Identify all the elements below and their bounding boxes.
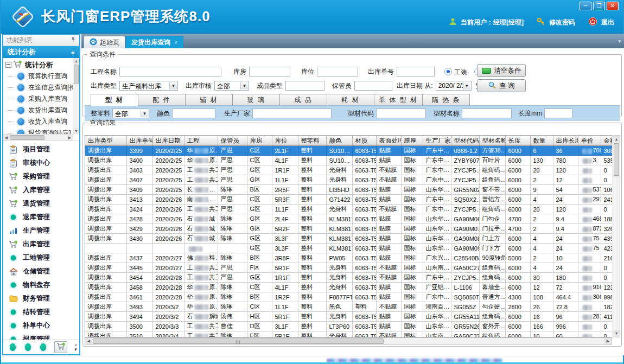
dot-icon[interactable] <box>24 342 32 352</box>
column-header[interactable]: 膜厚 <box>401 136 423 146</box>
scroll-right-icon[interactable]: ▶ <box>604 338 612 344</box>
table-row[interactable]: 调拨出库34612020/2/28华原…陈琳B区1R2F整料F8877FT606… <box>85 292 612 302</box>
search-button[interactable]: 查 询 <box>477 79 526 92</box>
minimize-button[interactable]: ─ <box>580 2 591 10</box>
project-name-input[interactable] <box>119 67 221 76</box>
location-input[interactable] <box>317 67 358 76</box>
column-header[interactable]: 保管员 <box>218 136 247 146</box>
column-header[interactable]: 生产厂家 <box>423 136 451 146</box>
table-row[interactable]: 调拨出库34302020/2/26石城陈琳G区3L3F整料KLM38176063… <box>85 234 612 244</box>
sidebar-group-item[interactable]: 财务管理 <box>3 292 79 305</box>
sidebar-group-item[interactable]: 工地管理 <box>3 251 79 265</box>
column-header[interactable]: 数量 <box>530 136 553 146</box>
column-header[interactable]: 出库类型 <box>85 136 126 146</box>
scroll-up-icon[interactable]: ▲ <box>73 58 79 64</box>
table-row[interactable]: 调拨出库34942020/3/2石辉城汤伟H区5R1F整料光身料6063-T5贴… <box>85 312 612 322</box>
product-type-input[interactable] <box>285 81 324 91</box>
table-row[interactable]: 调拨出库34092020/2/25长…陈琳B区2R5F整料LI35HD6063-… <box>85 185 612 195</box>
overflow-chevron[interactable]: »▾ <box>74 343 77 352</box>
collapse-icon[interactable]: « <box>71 48 75 56</box>
material-tab[interactable]: 玻 璃 <box>232 94 280 105</box>
column-header[interactable]: 材质 <box>352 136 376 146</box>
order-no-input[interactable] <box>397 67 435 76</box>
table-row[interactable]: 调拨出库35002020/3/3工共工程曹佳D区3L1F整料LT3P606063… <box>85 322 612 331</box>
sidebar-group-item[interactable]: 采购管理 <box>3 170 79 183</box>
column-header[interactable]: 颜色 <box>326 136 352 146</box>
sidebar-group-item[interactable]: 入库管理 <box>3 183 79 197</box>
logout-link[interactable]: 退出 <box>601 18 614 27</box>
column-header[interactable]: 金额 <box>601 136 612 146</box>
sidebar-group-item[interactable]: 出库管理 <box>3 238 79 251</box>
material-tab[interactable]: 单 体 型 材 <box>374 94 423 105</box>
audit-select[interactable]: 全部 <box>214 81 249 91</box>
column-header[interactable]: 型材名称 <box>479 136 505 146</box>
scroll-down-icon[interactable]: ▼ <box>613 330 620 337</box>
material-tab[interactable]: 辅 材 <box>185 94 233 105</box>
table-row[interactable]: 调拨出库34292020/2/26石城陈琳G区5R2F整料KLM38176063… <box>85 224 612 234</box>
column-header[interactable]: 表面处理 <box>376 136 401 146</box>
column-header[interactable]: 工程 <box>184 136 218 146</box>
tree-vertical-scrollbar[interactable]: ▲ ▼ <box>73 58 79 134</box>
table-row[interactable]: 调拨出库34582020/2/28华原…陈琳C区4L1F整料光身料6063-T5… <box>85 283 612 292</box>
tree-horizontal-scrollbar[interactable]: ◀ ▶ <box>3 134 73 141</box>
column-header[interactable]: 出库日期 <box>152 136 184 146</box>
sidebar-group-item[interactable]: 结转管理 <box>3 305 79 319</box>
material-tab[interactable]: 耗 材 <box>327 94 374 105</box>
cart-shortcut-button[interactable] <box>54 341 67 353</box>
maker-input[interactable] <box>252 108 332 118</box>
tree-root-item[interactable]: 统计分析 <box>3 59 73 71</box>
material-tab[interactable]: 成 品 <box>279 94 327 105</box>
table-row[interactable]: 调拨出库34242020/2/26工共工程严思G区1L1F整料光身料6063-T… <box>85 205 612 214</box>
scrollbar-thumb[interactable] <box>74 65 79 84</box>
scroll-left-icon[interactable]: ◀ <box>3 135 9 141</box>
sidebar-group-item[interactable]: 物料盘存 <box>3 278 79 292</box>
tree-item[interactable]: 收货入库查询 <box>3 116 73 127</box>
column-header[interactable]: 整零料 <box>298 136 326 146</box>
profile-code-input[interactable] <box>376 108 426 118</box>
material-tab[interactable]: 配 件 <box>138 94 186 105</box>
dot-icon[interactable] <box>9 342 17 352</box>
table-row[interactable]: 调拨出库33992020/2/25华原…严思C区2L1F整料SU10…6063-… <box>85 146 612 156</box>
tree-expander-icon[interactable] <box>5 62 11 68</box>
maximize-button[interactable]: ❐ <box>593 2 605 10</box>
sidebar-group-item[interactable]: 生产管理 <box>3 224 79 238</box>
close-button[interactable]: ✕ <box>607 2 619 10</box>
tree-item[interactable]: 在途信息查询[待 <box>3 82 73 93</box>
table-row[interactable]: 调拨出库35102020/3/4工共工程陈琳F区5R1F整料光身料6063-T5… <box>85 331 612 338</box>
table-row[interactable]: 调拨出库34452020/2/27工共工程严思F区5R1F整料光身料6063-T… <box>85 263 612 273</box>
column-header[interactable]: 长度 <box>505 136 530 146</box>
date-from-picker[interactable]: 2020/ 2/16 <box>436 81 472 91</box>
sidebar-group-item[interactable]: 退货管理 <box>3 197 79 210</box>
scrollbar-thumb[interactable]: ||| <box>93 339 384 344</box>
length-input[interactable] <box>544 108 572 118</box>
table-row[interactable]: 调拨出库34032020/2/25工共工程严思G区1R1F整料光身料6063-T… <box>85 165 612 175</box>
sidebar-group-item[interactable]: 报废管理 <box>3 333 79 340</box>
tab-home[interactable]: 起始页 <box>84 36 125 48</box>
tree-item[interactable]: 预算执行查询 <box>3 71 73 82</box>
column-header[interactable]: 库房 <box>247 136 272 146</box>
scrollbar-thumb[interactable] <box>614 143 619 176</box>
table-row[interactable]: 调拨出库34542020/2/28工共工程严思G区1R1F整料光身料6063-T… <box>85 273 612 283</box>
table-row[interactable]: 调拨出库34132020/2/26南…严思C区5R3F整料G714226063-… <box>85 195 612 205</box>
scroll-down-icon[interactable]: ▼ <box>73 128 79 134</box>
clear-conditions-button[interactable]: 清空条件 <box>477 64 526 77</box>
scroll-up-icon[interactable]: ▲ <box>613 136 620 143</box>
column-header[interactable]: 型材代码 <box>451 136 479 146</box>
column-header[interactable]: 库位 <box>272 136 298 146</box>
tree-item[interactable]: 退货查询[待定] <box>3 127 73 134</box>
sidebar-group-item[interactable]: 仓储管理 <box>3 265 79 278</box>
color-input[interactable] <box>172 108 215 118</box>
sidebar-group-item[interactable]: 退库管理 <box>3 210 79 224</box>
material-tab[interactable]: 型 材 <box>91 94 138 106</box>
radio-gongzhuang[interactable]: 工装 <box>444 67 470 77</box>
tree-item[interactable]: 采购入库查询 <box>3 93 73 105</box>
change-password-link[interactable]: 修改密码 <box>549 18 575 27</box>
table-row[interactable]: 调拨出库34072020/2/25工共工程严思G区1L1F整料光身料6063-T… <box>85 175 612 185</box>
sidebar-group-item[interactable]: 补单中心 <box>3 319 79 333</box>
profile-name-input[interactable] <box>462 108 512 118</box>
table-row[interactable]: 调拨出库34282020/2/26石城陈琳G区2L4F整料KLM38176063… <box>85 214 612 224</box>
sidebar-group-item[interactable]: 项目管理 <box>3 143 79 156</box>
table-row[interactable]: 调拨出库34932020/3/2华原…陈琳C区1L1F整料黑色塑料不贴膜国标湖南… <box>85 302 612 312</box>
pin-icon[interactable] <box>71 36 76 44</box>
tab-shipping-query[interactable]: 发货出库查询 × <box>125 36 183 48</box>
